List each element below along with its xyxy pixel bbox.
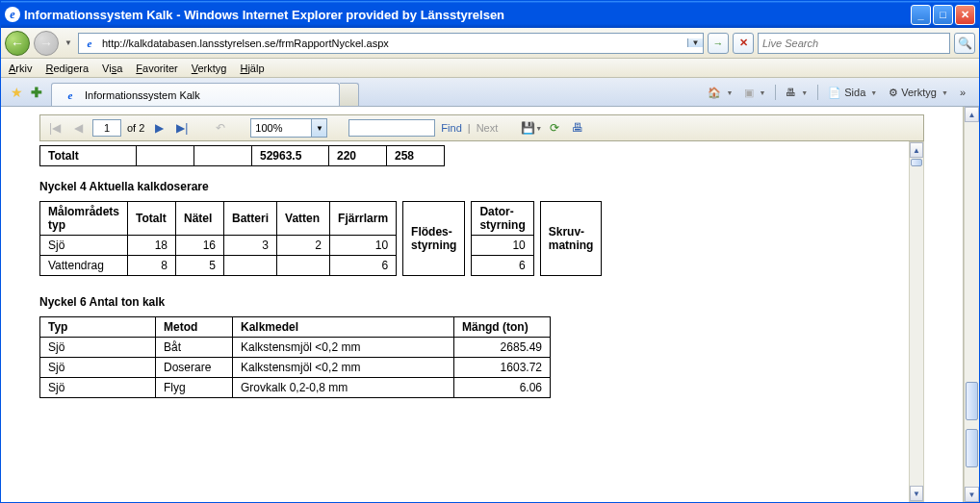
td: 18 (128, 236, 176, 256)
tools-menu-label: Verktyg (901, 87, 937, 98)
tab-active[interactable]: e Informationssystem Kalk (51, 83, 340, 106)
td (224, 256, 277, 276)
table-row: Sjö Båt Kalkstensmjöl <0,2 mm 2685.49 (40, 338, 551, 358)
more-chevron[interactable]: » (956, 83, 969, 102)
rss-icon: ▣ (744, 87, 754, 99)
table4-flodes: Flödes-styrning (402, 201, 465, 276)
refresh-button[interactable]: ⟳ (546, 119, 563, 137)
last-page-button[interactable]: ▶| (173, 119, 191, 137)
maximize-button[interactable]: □ (933, 5, 953, 25)
back-parent-button[interactable]: ↶ (212, 119, 229, 137)
find-button[interactable]: Find (441, 122, 461, 134)
section4-title: Nyckel 4 Aktuella kalkdoserare (39, 180, 905, 193)
totals-table: Totalt 52963.5 220 258 (39, 145, 445, 166)
address-input[interactable] (100, 36, 687, 51)
next-page-button[interactable]: ▶ (150, 119, 168, 137)
td: Vattendrag (40, 256, 128, 276)
win-scroll-thumb[interactable] (966, 382, 978, 420)
feeds-button[interactable]: ▣▼ (740, 83, 769, 102)
search-input[interactable] (759, 36, 949, 51)
table-row: Sjö 18 16 3 2 10 (40, 236, 397, 256)
td: 1603.72 (454, 358, 551, 378)
td: 10 (472, 236, 533, 256)
td: Sjö (40, 338, 156, 358)
page-icon-cmd: 📄 (828, 87, 841, 99)
td: 3 (224, 236, 277, 256)
win-scroll-thumb[interactable] (966, 429, 978, 467)
tools-menu-button[interactable]: ⚙Verktyg▼ (885, 83, 952, 102)
td: Grovkalk 0,2-0,8 mm (233, 378, 454, 398)
report-body: ▲ ▼ Totalt 52963.5 220 258 (1, 141, 963, 502)
win-scroll-up[interactable]: ▲ (965, 107, 979, 122)
page-menu-button[interactable]: 📄Sida▼ (824, 83, 881, 102)
th: Dator-styrning (472, 202, 533, 236)
zoom-value: 100% (255, 122, 282, 134)
th: Fjärrlarm (330, 202, 397, 236)
menu-arkiv[interactable]: Arkiv (9, 63, 32, 74)
table-row: Sjö Flyg Grovkalk 0,2-0,8 mm 6.06 (40, 378, 551, 398)
menu-visa[interactable]: Visa (102, 63, 122, 74)
home-button[interactable]: 🏠▼ (704, 83, 736, 102)
totals-c3: 258 (387, 146, 445, 166)
menu-hjalp[interactable]: Hjälp (240, 63, 264, 74)
scroll-down-button[interactable]: ▼ (910, 486, 923, 501)
scroll-up-button[interactable]: ▲ (910, 142, 923, 158)
first-page-button[interactable]: |◀ (46, 119, 64, 137)
find-next-button[interactable]: Next (477, 122, 499, 134)
th: Typ (40, 317, 156, 338)
find-input[interactable] (348, 119, 435, 137)
find-separator: | (468, 122, 471, 134)
prev-page-button[interactable]: ◀ (69, 119, 87, 137)
page-of-label: of 2 (127, 122, 144, 134)
table4-skruv: Skruv-matning (540, 201, 603, 276)
menu-verktyg[interactable]: Verktyg (192, 63, 227, 74)
address-bar[interactable]: e ▼ (78, 33, 704, 54)
th: Totalt (128, 202, 176, 236)
go-button[interactable]: → (708, 33, 729, 54)
page-menu-label: Sida (844, 87, 865, 98)
tab-title: Informationssystem Kalk (85, 89, 200, 101)
address-dropdown[interactable]: ▼ (687, 38, 703, 47)
td: 6 (330, 256, 397, 276)
favorites-center-button[interactable]: ★ (8, 84, 25, 101)
menu-favoriter[interactable]: Favoriter (136, 63, 177, 74)
nav-history-dropdown[interactable]: ▼ (63, 31, 74, 56)
page-number-input[interactable] (92, 119, 121, 137)
add-favorite-button[interactable]: ✚ (28, 84, 45, 101)
td: 5 (176, 256, 224, 276)
table4-main: Målområdets typ Totalt Nätel Batteri Vat… (39, 201, 397, 276)
ie-icon: e (5, 7, 20, 22)
td: Sjö (40, 378, 156, 398)
export-button[interactable]: 💾▼ (523, 119, 540, 137)
zoom-dropdown-icon: ▼ (311, 119, 326, 137)
scroll-thumb[interactable] (911, 159, 922, 166)
menu-bar: Arkiv Redigera Visa Favoriter Verktyg Hj… (1, 59, 979, 78)
table-cell (137, 146, 194, 166)
table6: Typ Metod Kalkmedel Mängd (ton) Sjö Båt … (39, 316, 551, 398)
totals-c1: 52963.5 (252, 146, 329, 166)
search-bar[interactable] (758, 33, 950, 54)
minimize-button[interactable]: _ (911, 5, 931, 25)
new-tab-button[interactable] (340, 83, 359, 106)
win-scroll-down[interactable]: ▼ (965, 487, 979, 502)
print-button[interactable]: 🖶▼ (782, 83, 812, 102)
td: Kalkstensmjöl <0,2 mm (233, 358, 454, 378)
th: Metod (156, 317, 233, 338)
zoom-select[interactable]: 100% ▼ (250, 118, 327, 138)
window-scrollbar[interactable]: ▲ ▼ (964, 107, 979, 502)
table-row: Totalt 52963.5 220 258 (40, 146, 445, 166)
table-row: Vattendrag 8 5 6 (40, 256, 397, 276)
close-button[interactable]: ✕ (955, 5, 975, 25)
page-icon: e (82, 36, 97, 51)
search-button[interactable]: 🔍 (954, 33, 975, 54)
td: Sjö (40, 236, 128, 256)
home-icon: 🏠 (708, 87, 721, 99)
print-report-button[interactable]: 🖶 (569, 119, 586, 137)
menu-redigera[interactable]: Redigera (45, 63, 89, 74)
report-scrollbar[interactable]: ▲ ▼ (909, 141, 924, 502)
stop-button[interactable]: ✕ (733, 33, 754, 54)
back-button[interactable]: ← (5, 31, 30, 56)
td: 6 (472, 256, 533, 276)
td: 10 (330, 236, 397, 256)
forward-button[interactable]: → (34, 31, 59, 56)
